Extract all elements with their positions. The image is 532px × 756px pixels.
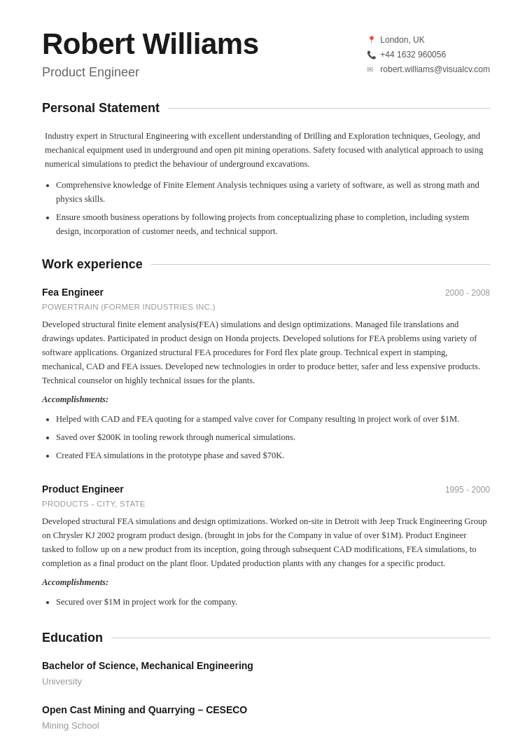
contact-email: ✉ robert.williams@visualcv.com [367, 63, 490, 76]
ps-bullet-1: Comprehensive knowledge of Finite Elemen… [56, 178, 490, 206]
work-entry-2: Product Engineer 1995 - 2000 PRODUCTS - … [42, 482, 490, 609]
acc-1-bullet-2: Saved over $200K in tooling rework throu… [56, 430, 490, 444]
work-experience-header: Work experience [42, 255, 490, 274]
location-text: London, UK [380, 34, 424, 46]
acc-2-bullet-1: Secured over $1M in project work for the… [56, 595, 490, 609]
education-entry-2: Open Cast Mining and Quarrying – CESECO … [42, 703, 490, 733]
education-title: Education [42, 628, 111, 647]
accomplishments-label-2: Accomplishments: [42, 576, 490, 589]
work-entry-1-header: Fea Engineer 2000 - 2008 [42, 285, 490, 300]
acc-1-bullet-1: Helped with CAD and FEA quoting for a st… [56, 412, 490, 426]
work-entry-1: Fea Engineer 2000 - 2008 POWERTRAIN (FOR… [42, 285, 490, 462]
ps-bullet-2: Ensure smooth business operations by fol… [56, 210, 490, 238]
phone-icon: 📞 [367, 49, 377, 61]
job-title-1: Fea Engineer [42, 285, 104, 300]
phone-text: +44 1632 960056 [380, 48, 446, 61]
education-line [111, 638, 490, 638]
accomplishments-label-1: Accomplishments: [42, 393, 490, 406]
header: Robert Williams Product Engineer 📍 Londo… [42, 28, 490, 82]
job-dates-1: 2000 - 2008 [445, 287, 490, 299]
personal-statement-header: Personal Statement [42, 99, 490, 118]
edu-degree-2: Open Cast Mining and Quarrying – CESECO [42, 703, 490, 717]
accomplishments-list-2: Secured over $1M in project work for the… [56, 595, 490, 609]
personal-statement-body: Industry expert in Structural Engineerin… [42, 129, 490, 238]
email-text: robert.williams@visualcv.com [380, 63, 490, 76]
edu-degree-1: Bachelor of Science, Mechanical Engineer… [42, 659, 490, 673]
education-header: Education [42, 628, 490, 647]
contact-location: 📍 London, UK [367, 34, 490, 46]
accomplishments-list-1: Helped with CAD and FEA quoting for a st… [56, 412, 490, 462]
work-experience-title: Work experience [42, 255, 151, 274]
work-entry-2-header: Product Engineer 1995 - 2000 [42, 482, 490, 497]
personal-statement-bullets: Comprehensive knowledge of Finite Elemen… [56, 178, 490, 238]
contact-phone: 📞 +44 1632 960056 [367, 48, 490, 61]
personal-statement-line [168, 108, 490, 109]
personal-statement-text: Industry expert in Structural Engineerin… [45, 129, 490, 171]
location-icon: 📍 [367, 34, 377, 46]
job-description-1: Developed structural finite element anal… [42, 317, 490, 387]
email-icon: ✉ [367, 64, 377, 76]
acc-1-bullet-3: Created FEA simulations in the prototype… [56, 448, 490, 462]
work-experience-line [151, 264, 490, 265]
job-dates-2: 1995 - 2000 [445, 483, 490, 496]
contact-info: 📍 London, UK 📞 +44 1632 960056 ✉ robert.… [367, 34, 490, 78]
name-title-block: Robert Williams Product Engineer [42, 28, 367, 82]
company-name-2: PRODUCTS - CITY, STATE [42, 498, 490, 510]
personal-statement-title: Personal Statement [42, 99, 168, 118]
job-title: Product Engineer [42, 63, 367, 82]
full-name: Robert Williams [42, 28, 367, 60]
job-description-2: Developed structural FEA simulations and… [42, 514, 490, 570]
edu-school-1: University [42, 675, 490, 689]
company-name-1: POWERTRAIN (FORMER INDUSTRIES INC.) [42, 301, 490, 313]
edu-school-2: Mining School [42, 719, 490, 733]
job-title-2: Product Engineer [42, 482, 124, 497]
education-entry-1: Bachelor of Science, Mechanical Engineer… [42, 659, 490, 689]
